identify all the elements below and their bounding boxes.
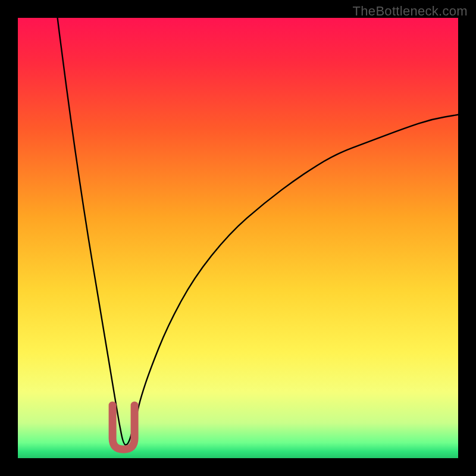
bottleneck-curve bbox=[58, 18, 458, 445]
curve-layer bbox=[18, 18, 458, 458]
chart-frame: TheBottleneck.com bbox=[0, 0, 476, 476]
watermark-text: TheBottleneck.com bbox=[353, 4, 468, 19]
plot-area bbox=[18, 18, 458, 458]
